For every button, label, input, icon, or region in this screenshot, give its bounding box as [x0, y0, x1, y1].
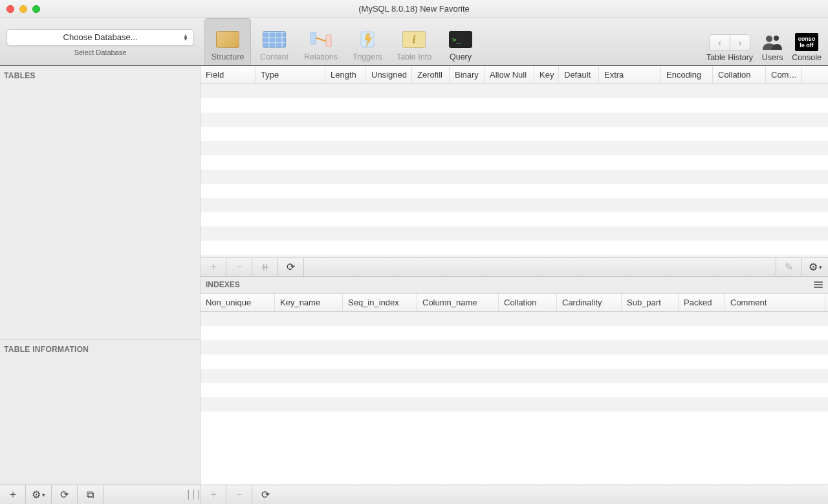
svg-point-4 [774, 36, 779, 41]
fields-col-allownull[interactable]: Allow Null [485, 66, 534, 83]
indexes-table-header: Non_uniqueKey_nameSeq_in_indexColumn_nam… [201, 294, 828, 312]
table-row[interactable] [201, 340, 828, 355]
table-row[interactable] [201, 355, 828, 369]
indexes-section-header: INDEXES [201, 277, 828, 294]
refresh-tables-button[interactable]: ⟳ [52, 485, 78, 504]
fields-col-collation[interactable]: Collation [713, 66, 766, 83]
indexes-col-keyname[interactable]: Key_name [275, 294, 343, 311]
sidebar-resize-handle[interactable]: ⎮⎮⎮ [188, 485, 200, 504]
table-row[interactable] [201, 326, 828, 340]
fields-col-zerofill[interactable]: Zerofill [412, 66, 450, 83]
indexes-col-packed[interactable]: Packed [679, 294, 725, 311]
fields-table-body[interactable] [201, 84, 828, 257]
table-row[interactable] [201, 411, 828, 426]
indexes-col-seq[interactable]: Seq_in_index [343, 294, 417, 311]
table-row[interactable] [201, 383, 828, 397]
remove-index-button[interactable]: － [226, 485, 252, 504]
tab-structure-label: Structure [212, 52, 245, 61]
triggers-icon [354, 29, 380, 50]
tab-content[interactable]: Content [251, 18, 298, 65]
fields-toolbar: ＋ － ⧺ ⟳ ✎ ⚙▾ [201, 257, 828, 277]
table-row[interactable] [201, 397, 828, 411]
table-row[interactable] [201, 184, 828, 198]
view-tabs: Structure Content Relations Triggers i T… [201, 18, 484, 65]
remove-field-button[interactable]: － [226, 258, 252, 276]
table-history-label: Table History [706, 53, 753, 62]
database-chooser-area: Choose Database... ▲▼ Select Database [0, 18, 201, 65]
table-row[interactable] [201, 127, 828, 141]
table-row[interactable] [201, 84, 828, 98]
indexes-menu-icon[interactable] [814, 281, 823, 288]
toolbar: Choose Database... ▲▼ Select Database St… [0, 18, 828, 66]
tab-relations[interactable]: Relations [298, 18, 344, 65]
tab-query[interactable]: >_ Query [437, 18, 484, 65]
gear-icon: ⚙ [32, 488, 41, 501]
structure-icon [215, 29, 241, 50]
indexes-col-collation[interactable]: Collation [499, 294, 557, 311]
tables-list[interactable] [0, 84, 200, 339]
tab-triggers[interactable]: Triggers [344, 18, 391, 65]
tab-content-label: Content [260, 52, 289, 61]
table-row[interactable] [201, 155, 828, 170]
sidebar-tableinfo-header: TABLE INFORMATION [0, 340, 200, 358]
add-field-button[interactable]: ＋ [201, 258, 226, 276]
indexes-col-colname[interactable]: Column_name [417, 294, 499, 311]
database-select-sublabel: Select Database [74, 49, 127, 56]
database-select-placeholder: Choose Database... [63, 32, 138, 42]
fields-col-binary[interactable]: Binary [450, 66, 485, 83]
fields-col-extra[interactable]: Extra [599, 66, 661, 83]
fields-col-unsigned[interactable]: Unsigned [366, 66, 412, 83]
fields-col-field[interactable]: Field [201, 66, 256, 83]
query-icon: >_ [448, 29, 474, 50]
relations-icon [308, 29, 334, 50]
table-row[interactable] [201, 312, 828, 326]
fields-col-comment[interactable]: Com… [766, 66, 802, 83]
indexes-col-cardinality[interactable]: Cardinality [557, 294, 622, 311]
fields-gear-menu[interactable]: ⚙▾ [802, 258, 828, 276]
main-area: TABLES TABLE INFORMATION ＋ ⚙▾ ⟳ ⧉ ⎮⎮⎮ Fi… [0, 66, 828, 504]
fields-col-default[interactable]: Default [559, 66, 599, 83]
tab-tableinfo[interactable]: i Table Info [391, 18, 437, 65]
fields-col-encoding[interactable]: Encoding [661, 66, 713, 83]
fields-col-type[interactable]: Type [256, 66, 325, 83]
svg-rect-1 [326, 35, 331, 47]
tab-triggers-label: Triggers [353, 52, 382, 61]
add-table-button[interactable]: ＋ [0, 485, 26, 504]
duplicate-field-button[interactable]: ⧺ [252, 258, 278, 276]
indexes-col-subpart[interactable]: Sub_part [622, 294, 679, 311]
table-row[interactable] [201, 369, 828, 383]
indexes-header-label: INDEXES [206, 280, 240, 289]
fields-table-header: FieldTypeLengthUnsignedZerofillBinaryAll… [201, 66, 828, 84]
history-forward-button[interactable]: › [730, 34, 750, 51]
table-row[interactable] [201, 98, 828, 113]
refresh-indexes-button[interactable]: ⟳ [252, 485, 278, 504]
tab-query-label: Query [450, 52, 472, 61]
table-row[interactable] [201, 198, 828, 212]
content-icon [261, 29, 287, 50]
fields-col-length[interactable]: Length [325, 66, 366, 83]
indexes-table-body[interactable] [201, 312, 828, 485]
table-row[interactable] [201, 113, 828, 127]
table-row[interactable] [201, 226, 828, 241]
sidebar-gear-menu[interactable]: ⚙▾ [26, 485, 52, 504]
users-tool[interactable]: Users [761, 33, 784, 62]
database-select[interactable]: Choose Database... ▲▼ [6, 29, 194, 46]
right-tools: ‹ › Table History Users conso le off Con… [706, 18, 828, 65]
indexes-col-comment[interactable]: Comment [725, 294, 825, 311]
indexes-col-nonunique[interactable]: Non_unique [201, 294, 275, 311]
table-row[interactable] [201, 212, 828, 226]
fields-col-key[interactable]: Key [534, 66, 559, 83]
sidebar-tableinfo-section: TABLE INFORMATION [0, 339, 200, 485]
edit-field-button[interactable]: ✎ [776, 258, 802, 276]
table-row[interactable] [201, 241, 828, 255]
table-row[interactable] [201, 170, 828, 184]
toggle-tableinfo-button[interactable]: ⧉ [78, 485, 104, 504]
tab-tableinfo-label: Table Info [397, 52, 431, 61]
refresh-fields-button[interactable]: ⟳ [278, 258, 304, 276]
add-index-button[interactable]: ＋ [201, 485, 226, 504]
tab-structure[interactable]: Structure [204, 18, 251, 65]
table-row[interactable] [201, 141, 828, 155]
console-tool[interactable]: conso le off Console [792, 33, 822, 62]
history-back-button[interactable]: ‹ [709, 34, 730, 51]
indexes-toolbar: ＋ － ⟳ [201, 485, 828, 504]
